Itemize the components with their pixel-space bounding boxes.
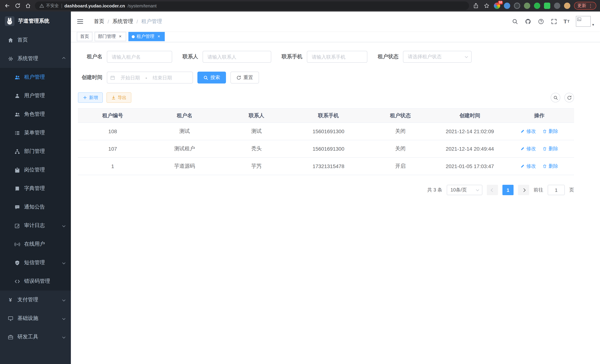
menu-label: 菜单管理 (24, 130, 45, 136)
back-icon[interactable] (4, 2, 11, 9)
edit-button[interactable]: 修改 (520, 128, 536, 135)
extension-icon-6[interactable] (544, 3, 550, 9)
create-time-range-picker[interactable]: - (107, 72, 193, 84)
user-avatar[interactable]: ▾ (576, 16, 594, 27)
sidebar-item-home[interactable]: 首页 (0, 31, 71, 49)
sidebar-item-post[interactable]: 岗位管理 (0, 161, 71, 179)
sidebar-item-infra[interactable]: 基础设施 (0, 309, 71, 328)
sidebar-item-payment[interactable]: ¥ 支付管理 (0, 290, 71, 309)
cell-status: 关闭 (366, 123, 435, 140)
prev-page-button[interactable] (487, 185, 498, 195)
phone-input[interactable] (307, 51, 367, 63)
broken-image-icon (577, 17, 581, 21)
reset-button[interactable]: 重置 (230, 72, 259, 84)
navbar-actions: TT ▾ (512, 16, 594, 27)
next-page-button[interactable] (518, 185, 529, 195)
edit-button[interactable]: 修改 (520, 145, 536, 152)
delete-button[interactable]: 删除 (543, 145, 558, 152)
update-button[interactable]: 更新 ⋮ (574, 2, 596, 10)
users-icon (14, 74, 20, 80)
refresh-table-button[interactable] (564, 93, 574, 103)
sidebar-item-menu[interactable]: 菜单管理 (0, 123, 71, 142)
page-size-select[interactable]: 10条/页 (447, 185, 482, 195)
extension-icon-2[interactable] (504, 3, 510, 9)
cell-actions: 修改 删除 (505, 158, 574, 175)
sidebar-item-user[interactable]: 用户管理 (0, 86, 71, 105)
sidebar-item-role[interactable]: 角色管理 (0, 105, 71, 123)
close-icon[interactable]: × (118, 34, 123, 39)
sidebar-item-tenant[interactable]: 租户管理 (0, 68, 71, 86)
extensions-puzzle-icon[interactable] (554, 3, 560, 9)
bookmark-star-icon[interactable] (483, 2, 490, 9)
phone-label: 联系手机 (282, 53, 302, 60)
close-icon[interactable]: × (156, 34, 161, 39)
sidebar-item-dict[interactable]: 字典管理 (0, 179, 71, 198)
add-button[interactable]: 新增 (78, 92, 103, 103)
tab-tenant[interactable]: 租户管理 × (128, 32, 165, 41)
cell-name: 测试 (147, 123, 222, 140)
breadcrumb-home[interactable]: 首页 (94, 18, 104, 25)
tenant-status-select[interactable]: 请选择租户状态 (403, 51, 472, 63)
cell-actions: 修改 删除 (505, 123, 574, 140)
cell-id: 107 (78, 140, 147, 158)
table-row: 1 芋道源码 芋艿 17321315478 开启 2021-01-05 17:0… (78, 158, 574, 175)
goto-label: 前往 (534, 187, 543, 193)
sidebar-item-dept[interactable]: 部门管理 (0, 142, 71, 161)
filter-row-2: 创建时间 - 搜索 重置 (78, 72, 574, 84)
sidebar-item-devtools[interactable]: 研发工具 (0, 328, 71, 346)
page-number-1[interactable]: 1 (502, 185, 514, 195)
date-end-input[interactable] (149, 75, 176, 80)
sidebar-item-notice[interactable]: 通知公告 (0, 198, 71, 216)
goto-page-input[interactable] (548, 185, 565, 195)
sidebar-item-errorcode[interactable]: 错误码管理 (0, 272, 71, 290)
font-size-icon[interactable]: TT (563, 19, 570, 24)
date-start-input[interactable] (116, 75, 144, 80)
sidebar-item-sms[interactable]: 短信管理 (0, 253, 71, 272)
profile-avatar[interactable] (564, 3, 570, 9)
org-tree-icon (14, 149, 20, 154)
extension-icon-1[interactable]: 10 (494, 3, 500, 9)
delete-button[interactable]: 删除 (543, 163, 558, 169)
breadcrumb: 首页 / 系统管理 / 租户管理 (94, 18, 162, 25)
system-submenu: 租户管理 用户管理 角色管理 菜单管理 部门管理 岗位管理 (0, 68, 71, 290)
tags-view: 首页 部门管理 × 租户管理 × (71, 31, 600, 42)
sidebar-toggle-icon[interactable] (77, 18, 84, 25)
tab-home[interactable]: 首页 (77, 32, 92, 41)
export-label: 导出 (118, 94, 127, 101)
edit-button[interactable]: 修改 (520, 163, 536, 169)
menu-label: 首页 (18, 37, 28, 43)
sidebar-item-system[interactable]: 系统管理 (0, 49, 71, 68)
tenant-name-input[interactable] (107, 51, 172, 63)
menu-label: 字典管理 (24, 185, 45, 192)
trash-icon (543, 129, 547, 134)
search-button[interactable]: 搜索 (197, 72, 226, 84)
extension-icon-5[interactable] (534, 3, 540, 9)
app-logo: 芋道管理系统 (0, 11, 71, 31)
url-bar[interactable]: 不安全 dashboard.yudao.iocoder.cn/system/te… (35, 1, 469, 10)
security-warning[interactable]: 不安全 (39, 3, 59, 9)
search-icon[interactable] (512, 18, 518, 25)
browser-menu-icon[interactable]: ⋮ (588, 3, 593, 9)
extension-icon-4[interactable] (524, 3, 530, 9)
url-host: dashboard.yudao.iocoder.cn (64, 3, 125, 8)
github-icon[interactable] (525, 18, 531, 25)
toggle-search-button[interactable] (551, 93, 560, 103)
breadcrumb-system[interactable]: 系统管理 (112, 18, 133, 25)
sidebar-item-auditlog[interactable]: 审计日志 (0, 216, 71, 235)
sidebar-item-online[interactable]: 在线用户 (0, 235, 71, 253)
help-icon[interactable] (537, 18, 544, 25)
code-icon (14, 278, 20, 284)
menu-label: 错误码管理 (24, 278, 50, 285)
fullscreen-icon[interactable] (551, 18, 557, 25)
home-icon[interactable] (25, 2, 32, 9)
plus-icon (83, 95, 87, 100)
contact-input[interactable] (203, 51, 271, 63)
share-icon[interactable] (472, 2, 479, 9)
reload-icon[interactable] (14, 2, 21, 9)
delete-button[interactable]: 删除 (543, 128, 558, 135)
menu-label: 用户管理 (24, 92, 45, 99)
tab-dept[interactable]: 部门管理 × (95, 32, 126, 41)
extension-icon-3[interactable] (514, 3, 520, 9)
export-button[interactable]: 导出 (106, 92, 131, 103)
menu-label: 岗位管理 (24, 167, 45, 173)
